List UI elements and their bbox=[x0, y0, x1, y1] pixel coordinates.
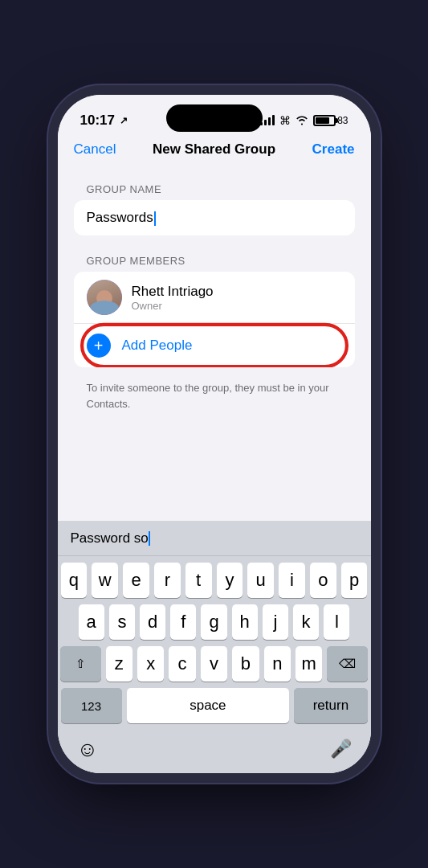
group-name-value: Passwords bbox=[87, 210, 153, 225]
create-button[interactable]: Create bbox=[312, 141, 355, 158]
key-z[interactable]: z bbox=[106, 646, 132, 682]
member-name: Rhett Intriago bbox=[132, 284, 342, 300]
dynamic-island bbox=[166, 104, 263, 132]
backspace-key[interactable]: ⌫ bbox=[327, 646, 367, 682]
cancel-button[interactable]: Cancel bbox=[74, 141, 116, 158]
key-k[interactable]: k bbox=[293, 604, 319, 640]
annotation-circle bbox=[80, 321, 349, 367]
key-c[interactable]: c bbox=[169, 646, 195, 682]
wifi-icon: ⌘ bbox=[279, 114, 291, 127]
key-m[interactable]: m bbox=[296, 646, 322, 682]
key-b[interactable]: b bbox=[232, 646, 259, 682]
key-g[interactable]: g bbox=[201, 604, 226, 640]
member-row: Rhett Intriago Owner bbox=[74, 272, 355, 324]
key-q[interactable]: q bbox=[61, 563, 88, 598]
member-role: Owner bbox=[132, 300, 342, 312]
key-v[interactable]: v bbox=[201, 646, 227, 682]
key-o[interactable]: o bbox=[310, 563, 336, 598]
predictive-bar: Password so bbox=[58, 521, 371, 556]
key-l[interactable]: l bbox=[324, 604, 349, 640]
group-name-label: GROUP NAME bbox=[58, 183, 371, 200]
key-e[interactable]: e bbox=[123, 563, 149, 598]
plus-icon: + bbox=[94, 338, 104, 354]
space-key[interactable]: space bbox=[127, 688, 290, 723]
add-people-button[interactable]: + Add People bbox=[74, 324, 355, 367]
add-icon: + bbox=[87, 334, 111, 358]
group-name-field[interactable]: Passwords bbox=[74, 200, 355, 235]
return-key[interactable]: return bbox=[294, 688, 367, 723]
members-section: Rhett Intriago Owner + Add People bbox=[74, 272, 355, 367]
numbers-key[interactable]: 123 bbox=[61, 688, 122, 723]
key-r[interactable]: r bbox=[154, 563, 181, 598]
key-s[interactable]: s bbox=[109, 604, 135, 640]
key-i[interactable]: i bbox=[279, 563, 305, 598]
group-members-label: GROUP MEMBERS bbox=[58, 255, 371, 272]
mic-button[interactable]: 🎤 bbox=[330, 739, 352, 760]
battery-icon: 83 bbox=[313, 115, 348, 126]
key-d[interactable]: d bbox=[140, 604, 165, 640]
bottom-bar: ☺ 🎤 bbox=[58, 733, 371, 773]
avatar bbox=[87, 280, 122, 315]
wifi-icon bbox=[296, 116, 308, 125]
key-row-4: 123 space return bbox=[61, 688, 368, 723]
text-cursor bbox=[154, 211, 156, 226]
key-x[interactable]: x bbox=[137, 646, 164, 682]
keyboard: Password so q w e r t y u i o p a s bbox=[58, 521, 371, 773]
key-w[interactable]: w bbox=[92, 563, 118, 598]
key-n[interactable]: n bbox=[264, 646, 291, 682]
phone-frame: 10:17 ↗ ⌘ 83 bbox=[58, 95, 371, 773]
shift-key[interactable]: ⇧ bbox=[60, 646, 100, 682]
nav-bar: Cancel New Shared Group Create bbox=[58, 135, 371, 167]
key-p[interactable]: p bbox=[341, 563, 368, 598]
page-title: New Shared Group bbox=[153, 141, 275, 158]
status-icons: ⌘ 83 bbox=[260, 114, 348, 127]
predictive-text: Password so bbox=[71, 530, 150, 547]
key-u[interactable]: u bbox=[247, 563, 274, 598]
emoji-button[interactable]: ☺ bbox=[77, 737, 99, 762]
key-a[interactable]: a bbox=[79, 604, 104, 640]
member-info: Rhett Intriago Owner bbox=[132, 284, 342, 312]
key-row-3: ⇧ z x c v b n m ⌫ bbox=[61, 646, 368, 682]
key-row-2: a s d f g h j k l bbox=[61, 604, 368, 640]
key-row-1: q w e r t y u i o p bbox=[61, 563, 368, 598]
key-j[interactable]: j bbox=[263, 604, 288, 640]
add-people-label: Add People bbox=[122, 338, 193, 354]
key-t[interactable]: t bbox=[185, 563, 212, 598]
content-area: GROUP NAME Passwords GROUP MEMBERS Rhett… bbox=[58, 167, 371, 424]
hint-text: To invite someone to the group, they mus… bbox=[58, 377, 371, 424]
key-f[interactable]: f bbox=[170, 604, 196, 640]
status-time: 10:17 ↗ bbox=[80, 113, 128, 129]
key-h[interactable]: h bbox=[232, 604, 258, 640]
key-y[interactable]: y bbox=[217, 563, 243, 598]
signal-bars-icon bbox=[260, 116, 275, 125]
key-rows: q w e r t y u i o p a s d f g h j bbox=[58, 556, 371, 733]
